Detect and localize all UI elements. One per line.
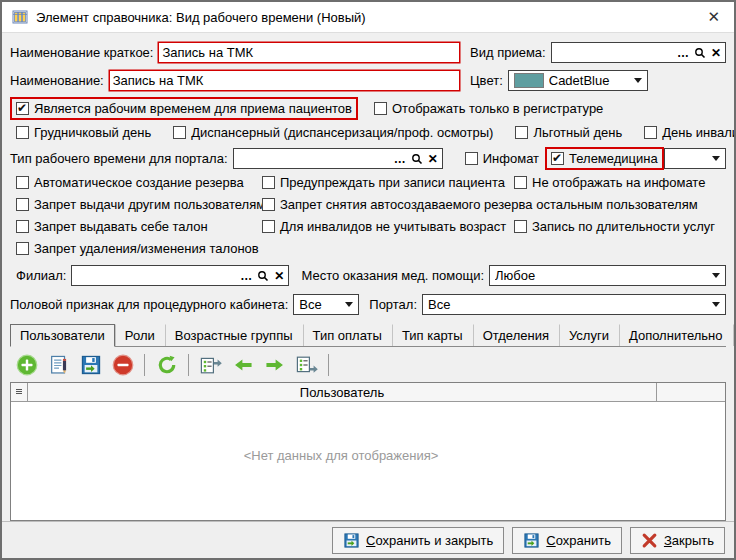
checkbox-duration-booking[interactable]: Запись по длительности услуг [514, 219, 726, 234]
ellipsis-button[interactable]: … [677, 47, 689, 59]
save-icon [343, 532, 360, 549]
refresh-button[interactable] [154, 352, 179, 377]
tab-departments[interactable]: Отделения [473, 324, 559, 346]
color-swatch [514, 73, 544, 88]
checkbox-box [16, 126, 29, 139]
tab-users[interactable]: Пользователи [10, 324, 115, 347]
close-x-icon [641, 532, 658, 549]
copy-to-list-icon [295, 354, 319, 376]
checkbox-forbid-delete-tickets[interactable]: Запрет удаления/изменения талонов [16, 241, 259, 256]
checkbox-telemedicine[interactable]: Телемедицина [551, 151, 658, 166]
copy-to-list-button[interactable] [294, 352, 319, 377]
checkbox-box [16, 198, 29, 211]
place-label: Место оказания мед. помощи: [301, 268, 484, 283]
portal-select[interactable]: Все [422, 294, 726, 315]
branch-input[interactable] [76, 268, 235, 283]
checkbox-label: Запрет удаления/изменения талонов [34, 241, 259, 256]
checkbox-infomat[interactable]: Инфомат [465, 151, 539, 166]
copy-from-list-button[interactable] [198, 352, 223, 377]
table-icon [12, 9, 28, 25]
grid-column-user[interactable]: Пользователь [28, 383, 657, 401]
toolbar-separator [188, 354, 189, 376]
grid-empty-text: <Нет данных для отображения> [244, 448, 439, 463]
checkbox-privileged-day[interactable]: Льготный день [515, 125, 622, 140]
branch-field[interactable]: … ✕ [71, 265, 289, 286]
search-button[interactable] [411, 153, 423, 165]
dialog-window: Элемент справочника: Вид рабочего времен… [0, 0, 736, 560]
save-and-close-label: Сохранить и закрыть [366, 533, 493, 548]
checkbox-label: Диспансерный (диспансеризация/проф. осмо… [191, 125, 493, 140]
tab-card-type[interactable]: Тип карты [392, 324, 473, 346]
move-left-button[interactable] [230, 352, 255, 377]
tab-services[interactable]: Услуги [559, 324, 619, 346]
checkbox-label: Не отображать на инфомате [532, 175, 705, 190]
grid-indicator-icon [15, 388, 23, 396]
color-select[interactable]: CadetBlue [508, 70, 648, 91]
delete-button[interactable] [110, 352, 135, 377]
toolbar-separator [144, 354, 145, 376]
ellipsis-button[interactable]: … [394, 153, 406, 165]
grid-indicator-header [11, 383, 28, 401]
name-label: Наименование: [10, 73, 104, 88]
color-label: Цвет: [470, 73, 503, 88]
close-icon[interactable]: ✕ [703, 8, 724, 26]
checkbox-box [515, 126, 528, 139]
portal-worktime-field[interactable]: … ✕ [233, 148, 443, 169]
place-select[interactable]: Любое [489, 265, 726, 286]
users-grid: Пользователь <Нет данных для отображения… [10, 382, 726, 521]
checkbox-box [262, 198, 275, 211]
short-name-input[interactable] [158, 42, 460, 63]
grid-body[interactable]: <Нет данных для отображения> [11, 402, 725, 520]
search-button[interactable] [694, 47, 706, 59]
gender-label: Половой признак для процедурного кабинет… [10, 297, 288, 312]
checkbox-box [262, 220, 275, 233]
tab-age-groups[interactable]: Возрастные группы [165, 324, 303, 346]
clear-button[interactable]: ✕ [711, 47, 721, 59]
checkbox-warn-on-booking[interactable]: Предупреждать при записи пациента [262, 175, 514, 190]
add-button[interactable] [14, 352, 39, 377]
checkbox-label: Льготный день [533, 125, 622, 140]
checkbox-forbid-remove-reserve[interactable]: Запрет снятия автосоздаваемого резерва о… [262, 197, 726, 212]
name-input[interactable] [109, 70, 460, 91]
save-row-button[interactable] [78, 352, 103, 377]
titlebar: Элемент справочника: Вид рабочего времен… [2, 2, 734, 33]
clear-button[interactable]: ✕ [274, 270, 284, 282]
tab-analyses[interactable]: Анализы [733, 324, 736, 346]
checkbox-forbid-issue-others[interactable]: Запрет выдачи другим пользователям [16, 197, 262, 212]
tab-roles[interactable]: Роли [115, 324, 165, 346]
checkbox-disabled-day[interactable]: День инвалидов [644, 125, 736, 140]
chevron-down-icon [712, 156, 720, 161]
clear-button[interactable]: ✕ [428, 153, 438, 165]
portal-worktime-input[interactable] [238, 151, 389, 166]
edit-button[interactable] [46, 352, 71, 377]
checkbox-disabled-ignore-age[interactable]: Для инвалидов не учитывать возраст [262, 219, 514, 234]
tab-additional[interactable]: Дополнительно [619, 324, 733, 346]
save-and-close-button[interactable]: Сохранить и закрыть [332, 527, 504, 554]
delete-icon [112, 354, 134, 376]
save-icon [523, 532, 540, 549]
grid-header-stub [657, 383, 725, 401]
tab-payment-type[interactable]: Тип оплаты [303, 324, 392, 346]
move-left-icon [232, 354, 254, 376]
checkbox-auto-reserve[interactable]: Автоматическое создание резерва [16, 175, 262, 190]
telemedicine-mode-select[interactable] [664, 148, 726, 169]
checkbox-is-worktime[interactable]: Является рабочим временем для приема пац… [16, 101, 352, 116]
reception-type-field[interactable]: … ✕ [551, 42, 726, 63]
chevron-down-icon [634, 78, 642, 83]
checkbox-dispensary[interactable]: Диспансерный (диспансеризация/проф. осмо… [173, 125, 493, 140]
checkbox-label: Для инвалидов не учитывать возраст [280, 219, 506, 234]
close-button[interactable]: Закрыть [630, 527, 725, 554]
gender-select[interactable]: Все [293, 294, 359, 315]
checkbox-infant-day[interactable]: Грудничковый день [16, 125, 151, 140]
gender-value: Все [299, 297, 340, 312]
save-button[interactable]: Сохранить [512, 527, 622, 554]
checkbox-forbid-self-ticket[interactable]: Запрет выдавать себе талон [16, 219, 262, 234]
reception-type-input[interactable] [556, 45, 672, 60]
ellipsis-button[interactable]: … [240, 270, 252, 282]
search-button[interactable] [257, 270, 269, 282]
move-right-button[interactable] [262, 352, 287, 377]
edit-icon [48, 354, 70, 376]
checkbox-registry-only[interactable]: Отображать только в регистратуре [374, 101, 603, 116]
checkbox-hide-on-infomat[interactable]: Не отображать на инфомате [514, 175, 726, 190]
checkbox-label: Является рабочим временем для приема пац… [34, 101, 352, 116]
